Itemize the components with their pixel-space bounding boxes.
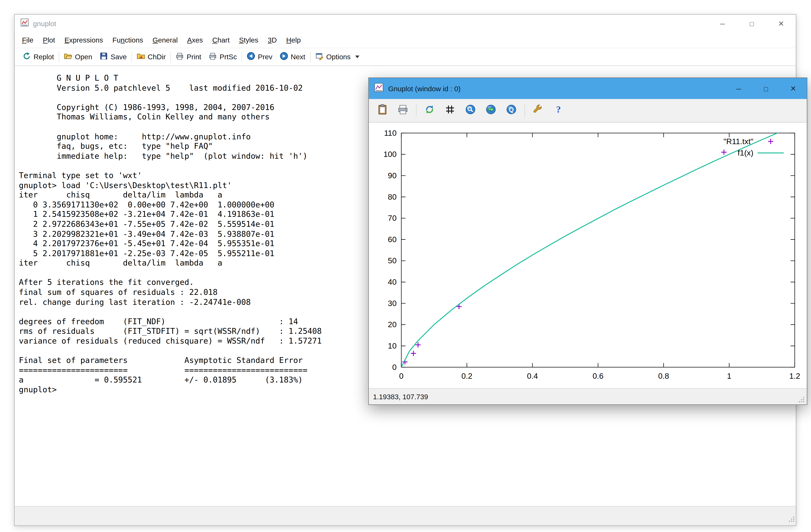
- menu-bar: File Plot Expressions Functions General …: [15, 32, 796, 48]
- gnuplot-app-icon: [20, 18, 29, 29]
- svg-text:110: 110: [384, 128, 397, 137]
- plot-maximize-button[interactable]: □: [752, 78, 779, 99]
- gnuplot-plot-window: Gnuplot (window id : 0) ─ □ ×: [368, 77, 807, 405]
- svg-text:10: 10: [388, 341, 397, 350]
- prtsc-button[interactable]: PrtSc: [205, 50, 240, 64]
- open-button[interactable]: Open: [60, 50, 96, 64]
- config-button[interactable]: [531, 103, 545, 118]
- plot-canvas: 010203040506070809010011000.20.40.60.811…: [369, 123, 807, 388]
- printer-icon: [176, 52, 184, 62]
- save-button[interactable]: Save: [96, 50, 131, 64]
- plot-minimize-button[interactable]: ─: [725, 78, 752, 99]
- plot-svg[interactable]: 010203040506070809010011000.20.40.60.811…: [369, 123, 808, 388]
- svg-text:1.2: 1.2: [789, 371, 800, 380]
- svg-text:Q: Q: [509, 106, 514, 113]
- svg-text:80: 80: [388, 193, 397, 201]
- open-folder-icon: [64, 52, 72, 62]
- menu-3d[interactable]: 3D: [263, 33, 281, 47]
- replot-window-button[interactable]: [422, 103, 437, 118]
- chdir-folder-icon: [137, 52, 145, 62]
- svg-text:60: 60: [388, 235, 397, 244]
- svg-text:70: 70: [388, 214, 397, 223]
- toolbar-separator: [524, 104, 525, 117]
- toolbar-separator: [242, 51, 242, 62]
- next-button[interactable]: Next: [276, 50, 309, 64]
- plot-close-button[interactable]: ×: [780, 78, 807, 99]
- svg-text:0: 0: [392, 363, 397, 371]
- svg-text:100: 100: [384, 150, 397, 158]
- options-window-icon: [315, 52, 324, 62]
- main-window-statusbar: [15, 506, 796, 526]
- chdir-label: ChDir: [148, 53, 166, 61]
- menu-general[interactable]: General: [148, 33, 182, 47]
- menu-axes[interactable]: Axes: [183, 33, 208, 47]
- menu-styles[interactable]: Styles: [234, 33, 263, 47]
- prev-circle-icon: [247, 52, 255, 62]
- svg-text:"R11.txt": "R11.txt": [723, 137, 753, 146]
- menu-plot[interactable]: Plot: [38, 33, 60, 47]
- close-button[interactable]: ×: [766, 15, 796, 32]
- printer-icon: [209, 52, 217, 62]
- replot-button[interactable]: Replot: [19, 50, 58, 64]
- next-circle-icon: [280, 52, 288, 62]
- plot-window-title: Gnuplot (window id : 0): [388, 85, 460, 92]
- zoom-previous-button[interactable]: [463, 103, 478, 118]
- prev-label: Prev: [258, 53, 272, 61]
- main-window-titlebar[interactable]: gnuplot ─ □ ×: [15, 15, 796, 32]
- next-label: Next: [291, 53, 305, 61]
- svg-text:0: 0: [399, 371, 403, 380]
- plot-statusbar: 1.19383, 107.739: [369, 388, 807, 404]
- replot-label: Replot: [33, 53, 54, 61]
- svg-text:30: 30: [388, 299, 397, 308]
- maximize-button[interactable]: □: [737, 15, 766, 32]
- svg-text:0.8: 0.8: [658, 371, 669, 380]
- open-label: Open: [75, 53, 92, 61]
- menu-chart[interactable]: Chart: [208, 33, 234, 47]
- autoscale-button[interactable]: Q: [504, 103, 519, 118]
- chevron-down-icon: [355, 56, 359, 58]
- svg-text:20: 20: [388, 320, 397, 329]
- zoom-previous-icon: [465, 104, 476, 117]
- options-button[interactable]: Options: [311, 50, 363, 64]
- replot-icon: [22, 52, 31, 62]
- menu-functions[interactable]: Functions: [108, 33, 148, 47]
- desktop: gnuplot ─ □ × File Plot Expressions Func…: [0, 0, 811, 532]
- chdir-button[interactable]: ChDir: [133, 50, 169, 64]
- help-icon: ?: [553, 104, 564, 117]
- svg-text:f1(x): f1(x): [738, 148, 753, 157]
- svg-text:0.6: 0.6: [593, 371, 603, 380]
- minimize-button[interactable]: ─: [708, 15, 737, 32]
- svg-text:50: 50: [388, 256, 397, 265]
- refresh-icon: [424, 104, 435, 117]
- main-toolbar: Replot Open Save ChDir Print: [15, 48, 796, 66]
- svg-text:?: ?: [556, 104, 561, 115]
- help-button[interactable]: ?: [551, 103, 566, 118]
- save-label: Save: [111, 53, 127, 61]
- svg-text:1: 1: [727, 371, 731, 380]
- toolbar-separator: [416, 104, 416, 117]
- menu-expressions[interactable]: Expressions: [60, 33, 108, 47]
- plot-window-controls: ─ □ ×: [725, 78, 807, 99]
- menu-help[interactable]: Help: [281, 33, 305, 47]
- copy-clipboard-button[interactable]: [375, 103, 390, 118]
- resize-grip[interactable]: [798, 396, 805, 405]
- prtsc-label: PrtSc: [220, 53, 237, 61]
- autoscale-icon: Q: [506, 104, 517, 117]
- main-window-controls: ─ □ ×: [708, 15, 796, 32]
- print-label: Print: [187, 53, 201, 61]
- print-button[interactable]: Print: [172, 50, 205, 64]
- zoom-next-button[interactable]: [484, 103, 498, 118]
- toolbar-separator: [170, 51, 171, 62]
- export-button[interactable]: [396, 103, 410, 118]
- resize-grip[interactable]: [788, 515, 795, 524]
- menu-file[interactable]: File: [17, 33, 38, 47]
- plot-toolbar: Q ?: [369, 99, 807, 123]
- toggle-grid-button[interactable]: [443, 103, 457, 118]
- svg-text:90: 90: [388, 171, 397, 180]
- clipboard-icon: [377, 104, 388, 117]
- prev-button[interactable]: Prev: [243, 50, 276, 64]
- svg-text:0.2: 0.2: [461, 371, 472, 380]
- plot-window-titlebar[interactable]: Gnuplot (window id : 0) ─ □ ×: [369, 78, 807, 99]
- zoom-next-icon: [485, 104, 497, 117]
- floppy-icon: [100, 52, 108, 62]
